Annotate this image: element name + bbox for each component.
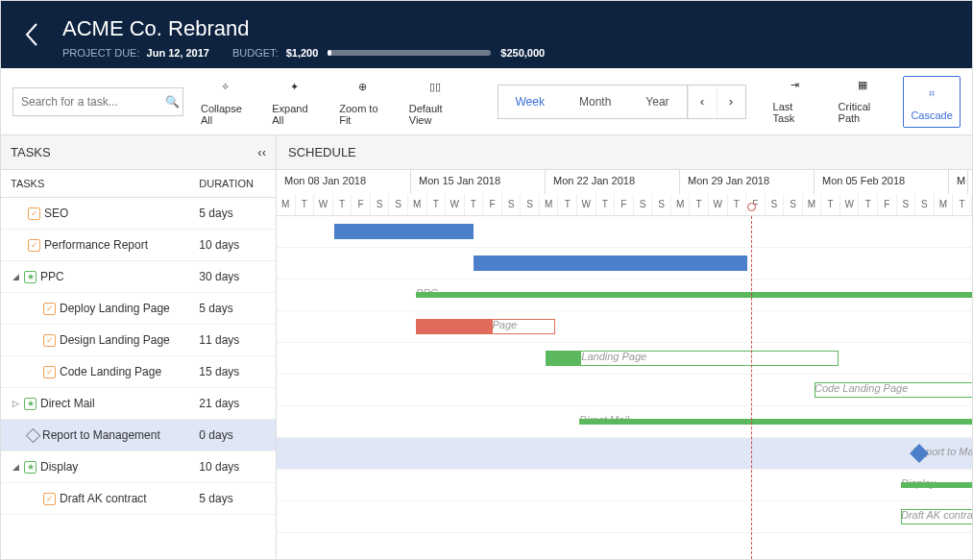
- gantt-row[interactable]: Direct Mail: [277, 406, 972, 438]
- day-header: T: [558, 194, 577, 215]
- zoom-icon: ⊕: [358, 78, 367, 97]
- gantt-bar[interactable]: [334, 224, 474, 239]
- view-month[interactable]: Month: [562, 85, 628, 118]
- day-header: T: [465, 194, 484, 215]
- day-header: M: [540, 194, 559, 215]
- view-week[interactable]: Week: [499, 85, 562, 118]
- cascade-button[interactable]: ⌗Cascade: [903, 76, 961, 128]
- tick-icon: ✓: [43, 366, 56, 378]
- task-duration: 10 days: [189, 460, 276, 474]
- task-row[interactable]: ◢★Display10 days: [1, 451, 276, 483]
- task-row[interactable]: ◢★PPC30 days: [1, 261, 276, 293]
- gantt-row[interactable]: Design Landing Page: [277, 343, 972, 375]
- day-header: F: [483, 194, 502, 215]
- diamond-icon: [26, 427, 41, 443]
- day-header: S: [784, 194, 803, 215]
- next-button[interactable]: ›: [717, 85, 745, 118]
- task-row[interactable]: ▷★Direct Mail21 days: [1, 388, 276, 420]
- task-duration: 0 days: [189, 428, 276, 442]
- expand-toggle[interactable]: ▷: [11, 399, 20, 408]
- search-input[interactable]: [21, 95, 165, 109]
- collapse-all-button[interactable]: ✧Collapse All: [195, 78, 255, 126]
- task-row[interactable]: ✓Deploy Landing Page5 days: [1, 293, 276, 325]
- gantt-row[interactable]: Code Landing Page: [277, 375, 972, 406]
- col-tasks: TASKS: [1, 170, 189, 197]
- task-duration: 11 days: [189, 333, 276, 347]
- task-row[interactable]: Report to Management0 days: [1, 420, 276, 451]
- tick-icon: ✓: [28, 239, 40, 252]
- cascade-icon: ⌗: [929, 85, 935, 104]
- gantt-bar[interactable]: [815, 382, 972, 398]
- gantt-bar[interactable]: [416, 292, 972, 298]
- task-name-label: Display: [40, 460, 78, 474]
- day-header: S: [521, 194, 540, 215]
- view-year[interactable]: Year: [628, 85, 686, 118]
- gantt-bar[interactable]: [901, 482, 972, 488]
- critical-path-button[interactable]: ▦Critical Path: [833, 76, 894, 128]
- day-header: M: [803, 194, 822, 215]
- week-header: Mon 22 Jan 2018: [546, 170, 680, 194]
- task-row[interactable]: ✓Code Landing Page15 days: [1, 356, 276, 388]
- search-icon[interactable]: 🔍: [165, 95, 180, 109]
- expand-toggle[interactable]: ◢: [11, 272, 20, 281]
- day-header: T: [596, 194, 616, 215]
- zoom-fit-button[interactable]: ⊕Zoom to Fit: [333, 78, 392, 126]
- due-label: PROJECT DUE:: [62, 47, 139, 59]
- day-header: T: [821, 194, 840, 215]
- gantt-row[interactable]: Performance Report: [277, 248, 972, 280]
- gantt-row[interactable]: Draft AK contract: [277, 501, 972, 533]
- gantt-row[interactable]: PPC: [277, 280, 972, 311]
- tick-icon: ✓: [28, 207, 40, 220]
- task-name-label: Performance Report: [44, 238, 148, 252]
- last-task-button[interactable]: ⇥Last Task: [767, 76, 823, 128]
- day-header: T: [953, 194, 972, 215]
- task-row[interactable]: ✓Draft AK contract5 days: [1, 483, 276, 515]
- gantt-row[interactable]: Report to Management: [277, 438, 972, 470]
- day-header: S: [634, 194, 653, 215]
- gantt-row[interactable]: Deploy Landing Page: [277, 311, 972, 343]
- day-header: S: [897, 194, 916, 215]
- day-header: M: [277, 194, 296, 215]
- day-header: T: [427, 194, 447, 215]
- collapse-panel-icon[interactable]: ‹‹: [257, 145, 266, 159]
- due-date: Jun 12, 2017: [147, 47, 209, 59]
- task-row[interactable]: ✓Design Landing Page11 days: [1, 325, 276, 356]
- star-icon: ★: [24, 398, 36, 410]
- day-header: T: [690, 194, 709, 215]
- task-row[interactable]: ✓Performance Report10 days: [1, 230, 276, 261]
- gantt-chart[interactable]: SEOPerformance ReportPPCDeploy Landing P…: [277, 216, 972, 559]
- back-button[interactable]: [1, 1, 62, 68]
- expand-icon: ✦: [290, 78, 299, 97]
- week-header: Mon 08 Jan 2018: [277, 170, 411, 194]
- task-row[interactable]: ✓SEO5 days: [1, 198, 276, 230]
- day-header: S: [502, 194, 522, 215]
- task-name-label: Code Landing Page: [60, 365, 161, 378]
- budget-total: $250,000: [500, 47, 545, 59]
- view-range-toggle: Week Month Year ‹ ›: [498, 85, 746, 119]
- gantt-bar[interactable]: [546, 351, 839, 366]
- search-box[interactable]: 🔍: [12, 87, 183, 116]
- expand-toggle[interactable]: ◢: [11, 462, 20, 472]
- collapse-icon: ✧: [221, 78, 230, 97]
- budget-label: BUDGET:: [232, 47, 279, 59]
- prev-button[interactable]: ‹: [688, 85, 717, 118]
- gantt-bar[interactable]: [474, 256, 747, 271]
- gantt-bar[interactable]: [416, 319, 555, 334]
- task-name-label: Direct Mail: [40, 397, 95, 410]
- critical-path-icon: ▦: [858, 76, 867, 95]
- gantt-row[interactable]: Display: [277, 470, 972, 501]
- gantt-bar[interactable]: [579, 419, 972, 425]
- default-view-icon: ▯▯: [429, 78, 441, 97]
- expand-all-button[interactable]: ✦Expand All: [266, 78, 322, 126]
- default-view-button[interactable]: ▯▯Default View: [403, 78, 467, 126]
- gantt-bar[interactable]: [901, 509, 972, 524]
- today-marker: [751, 216, 752, 559]
- gantt-row[interactable]: SEO: [277, 216, 972, 248]
- app-header: ACME Co. Rebrand PROJECT DUE: Jun 12, 20…: [1, 1, 972, 68]
- day-header: S: [766, 194, 785, 215]
- day-header: M: [671, 194, 691, 215]
- week-header: M: [949, 170, 968, 194]
- day-header: W: [840, 194, 860, 215]
- day-header: F: [878, 194, 897, 215]
- day-header: W: [709, 194, 728, 215]
